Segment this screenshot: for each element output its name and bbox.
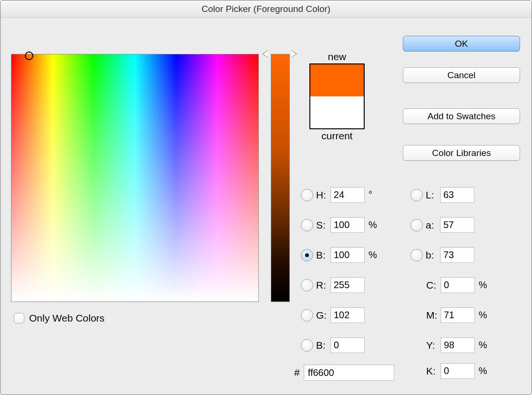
input-y[interactable]: 98	[440, 337, 475, 353]
radio-r[interactable]	[301, 279, 313, 291]
only-web-colors-label: Only Web Colors	[29, 312, 104, 324]
swatch-new-color[interactable]	[310, 64, 364, 96]
unit-y: %	[475, 340, 489, 351]
radio-l[interactable]	[410, 189, 423, 201]
color-strip[interactable]	[271, 54, 290, 302]
hex-hash-label: #	[294, 367, 300, 378]
input-a[interactable]: 57	[440, 217, 474, 233]
swatch-current-label: current	[304, 130, 370, 142]
unit-c: %	[475, 280, 489, 291]
ok-button[interactable]: OK	[403, 36, 520, 52]
input-blue[interactable]: 0	[330, 337, 365, 353]
unit-s: %	[365, 219, 379, 230]
label-l: L:	[426, 189, 440, 201]
add-to-swatches-button[interactable]: Add to Swatches	[403, 108, 520, 124]
label-blue: B:	[316, 340, 330, 351]
label-k: K:	[426, 365, 440, 377]
label-g: G:	[316, 310, 330, 321]
swatch-box	[309, 63, 365, 129]
swatch-preview: new current	[304, 51, 370, 143]
strip-slider-left-icon[interactable]	[262, 50, 268, 58]
color-field[interactable]	[11, 54, 259, 302]
unit-brightness: %	[365, 249, 379, 260]
radio-blue[interactable]	[301, 339, 313, 352]
label-a: a:	[426, 219, 440, 231]
label-m: M:	[426, 310, 440, 321]
label-brightness: B:	[316, 249, 330, 261]
swatch-current-color[interactable]	[310, 96, 364, 128]
radio-brightness[interactable]	[301, 249, 313, 261]
unit-h: °	[365, 189, 379, 200]
radio-g[interactable]	[301, 309, 313, 322]
radio-s[interactable]	[301, 219, 313, 231]
strip-slider-right-icon[interactable]	[291, 50, 297, 58]
input-h[interactable]: 24	[330, 187, 365, 203]
hex-row: # ff6600	[294, 364, 394, 381]
input-m[interactable]: 71	[440, 307, 475, 323]
radio-dot-icon	[305, 253, 309, 257]
label-h: H:	[316, 189, 330, 201]
only-web-colors-checkbox[interactable]	[14, 313, 24, 323]
hex-input[interactable]: ff6600	[304, 364, 394, 381]
only-web-colors-row: Only Web Colors	[14, 312, 104, 324]
row-b-b: B: 100 % b: 73	[301, 240, 520, 270]
radio-a[interactable]	[410, 219, 423, 231]
dialog-content: new current OK Cancel Add to Swatches Co…	[0, 18, 532, 395]
color-picker-dialog: Color Picker (Foreground Color) new curr…	[0, 0, 532, 395]
row-h-l: H: 24 ° L: 63	[301, 180, 520, 210]
color-field-cursor-icon	[25, 52, 33, 60]
label-c: C:	[426, 280, 440, 291]
label-r: R:	[316, 280, 330, 291]
row-s-a: S: 100 % a: 57	[301, 210, 520, 240]
swatch-new-label: new	[304, 51, 370, 62]
input-r[interactable]: 255	[330, 277, 365, 293]
row-g-m: G: 102 M: 71 %	[301, 300, 520, 330]
cancel-button[interactable]: Cancel	[403, 67, 520, 83]
radio-lab-b[interactable]	[410, 249, 423, 261]
label-y: Y:	[426, 340, 440, 351]
unit-k: %	[475, 365, 489, 376]
radio-h[interactable]	[301, 189, 313, 201]
input-s[interactable]: 100	[330, 217, 365, 233]
row-k: K: 0 %	[410, 363, 489, 379]
input-g[interactable]: 102	[330, 307, 365, 323]
value-fields: H: 24 ° L: 63 S: 100 %	[301, 180, 520, 360]
row-b-y: B: 0 Y: 98 %	[301, 330, 520, 360]
row-r-c: R: 255 C: 0 %	[301, 270, 520, 300]
window-title: Color Picker (Foreground Color)	[0, 0, 532, 18]
input-brightness[interactable]: 100	[330, 247, 365, 263]
label-s: S:	[316, 219, 330, 231]
input-c[interactable]: 0	[440, 277, 475, 293]
input-l[interactable]: 63	[440, 187, 474, 203]
label-lab-b: b:	[426, 249, 440, 261]
input-lab-b[interactable]: 73	[440, 247, 474, 263]
input-k[interactable]: 0	[440, 363, 475, 379]
color-libraries-button[interactable]: Color Libraries	[403, 145, 520, 161]
unit-m: %	[475, 310, 489, 321]
